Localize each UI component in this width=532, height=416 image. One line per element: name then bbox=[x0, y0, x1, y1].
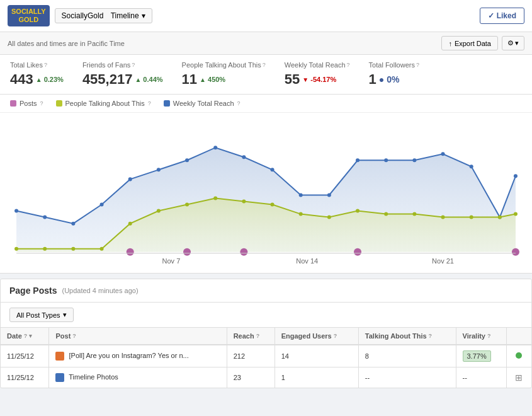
help-icon-total-followers[interactable]: ? bbox=[416, 62, 419, 68]
chevron-down-icon: ▾ bbox=[142, 11, 145, 20]
cell-share[interactable]: ⊞ bbox=[506, 367, 531, 388]
talking-legend-icon bbox=[56, 100, 62, 107]
table-row: 11/25/12 [Poll] Are you on Instagram? Ye… bbox=[1, 345, 531, 367]
svg-text:Nov 21: Nov 21 bbox=[432, 257, 454, 265]
svg-point-8 bbox=[213, 146, 217, 150]
timeline-label: Timeline bbox=[111, 11, 139, 20]
svg-text:Nov 14: Nov 14 bbox=[296, 257, 318, 265]
help-icon-date[interactable]: ? bbox=[24, 333, 28, 339]
svg-point-5 bbox=[128, 178, 132, 182]
svg-point-40 bbox=[127, 248, 134, 256]
th-date[interactable]: Date ? ▾ bbox=[1, 328, 49, 345]
svg-point-17 bbox=[470, 165, 473, 169]
svg-point-14 bbox=[384, 159, 388, 163]
svg-point-41 bbox=[183, 248, 191, 256]
chart-legend: Posts ? People Talking About This ? Week… bbox=[0, 95, 532, 113]
page-posts-section: Page Posts (Updated 4 minutes ago) All P… bbox=[0, 279, 532, 388]
checkmark-icon: ✓ bbox=[488, 11, 494, 20]
export-data-button[interactable]: ↑ Export Data bbox=[441, 36, 498, 50]
svg-point-35 bbox=[412, 212, 416, 216]
cell-reach: 23 bbox=[227, 367, 274, 388]
post-type-filter-button[interactable]: All Post Types ▾ bbox=[9, 308, 74, 322]
svg-point-39 bbox=[514, 212, 518, 216]
help-icon-engaged[interactable]: ? bbox=[334, 333, 337, 339]
svg-point-38 bbox=[498, 216, 502, 219]
line-chart: Nov 7 Nov 14 Nov 21 bbox=[10, 113, 522, 265]
chart-area: Nov 7 Nov 14 Nov 21 bbox=[0, 113, 532, 274]
timeline-button[interactable]: SociallyGold Timeline ▾ bbox=[55, 8, 152, 23]
th-actions bbox=[506, 328, 531, 345]
help-icon-friends-of-fans[interactable]: ? bbox=[132, 62, 135, 68]
upload-icon: ↑ bbox=[448, 40, 452, 47]
poll-icon bbox=[55, 352, 64, 361]
th-virality[interactable]: Virality ? bbox=[456, 328, 506, 345]
help-icon-total-likes[interactable]: ? bbox=[44, 62, 47, 68]
svg-point-10 bbox=[271, 168, 274, 172]
help-icon-virality[interactable]: ? bbox=[487, 333, 491, 339]
liked-label: Liked bbox=[497, 11, 516, 20]
help-icon-reach[interactable]: ? bbox=[256, 333, 260, 339]
svg-point-4 bbox=[100, 203, 104, 207]
th-reach[interactable]: Reach ? bbox=[227, 328, 274, 345]
cell-post: [Poll] Are you on Instagram? Yes or n... bbox=[49, 345, 227, 367]
svg-point-43 bbox=[354, 248, 361, 256]
svg-point-44 bbox=[512, 248, 519, 256]
share-icon[interactable]: ⊞ bbox=[515, 373, 523, 383]
svg-point-24 bbox=[100, 247, 104, 251]
svg-text:Nov 7: Nov 7 bbox=[162, 257, 181, 265]
sort-date-icon[interactable]: ▾ bbox=[29, 333, 32, 339]
timezone-text: All dates and times are in Pacific Time bbox=[8, 40, 125, 47]
svg-point-2 bbox=[43, 216, 47, 219]
export-label: Export Data bbox=[455, 40, 491, 47]
help-icon-people-talking[interactable]: ? bbox=[263, 62, 266, 68]
help-icon-reach-legend[interactable]: ? bbox=[237, 100, 241, 107]
cell-virality: 3.77% bbox=[456, 345, 506, 367]
legend-reach[interactable]: Weekly Total Reach ? bbox=[164, 100, 241, 107]
svg-point-30 bbox=[271, 203, 274, 207]
svg-point-27 bbox=[185, 203, 189, 207]
chevron-down-icon: ▾ bbox=[63, 311, 67, 319]
th-talking[interactable]: Talking About This ? bbox=[358, 328, 456, 345]
cell-virality: -- bbox=[456, 367, 506, 388]
reach-legend-icon bbox=[164, 100, 170, 107]
svg-point-13 bbox=[356, 159, 359, 163]
svg-point-15 bbox=[412, 159, 416, 163]
svg-point-7 bbox=[185, 159, 189, 163]
help-icon-post[interactable]: ? bbox=[72, 333, 76, 339]
th-post[interactable]: Post ? bbox=[49, 328, 227, 345]
svg-point-1 bbox=[14, 209, 18, 213]
svg-point-6 bbox=[157, 168, 161, 172]
cell-date: 11/25/12 bbox=[1, 367, 49, 388]
svg-point-42 bbox=[240, 248, 247, 256]
th-engaged[interactable]: Engaged Users ? bbox=[274, 328, 358, 345]
svg-point-3 bbox=[71, 222, 75, 226]
logo: SOCIALLYGOLD bbox=[8, 5, 50, 26]
help-icon-talking-legend[interactable]: ? bbox=[148, 100, 151, 107]
help-icon-talking-col[interactable]: ? bbox=[429, 333, 433, 339]
liked-button[interactable]: ✓ Liked bbox=[480, 8, 524, 24]
settings-button[interactable]: ⚙ ▾ bbox=[502, 36, 524, 50]
svg-point-34 bbox=[384, 212, 388, 216]
legend-posts[interactable]: Posts ? bbox=[10, 100, 43, 107]
stat-people-talking: People Talking About This? 11 ▲ 450% bbox=[182, 61, 266, 88]
cell-engaged: 1 bbox=[274, 367, 358, 388]
stat-friends-of-fans: Friends of Fans? 455,217 ▲ 0.44% bbox=[82, 61, 163, 88]
page-posts-updated: (Updated 4 minutes ago) bbox=[62, 287, 138, 294]
posts-legend-icon bbox=[10, 100, 16, 107]
svg-point-21 bbox=[14, 247, 18, 251]
posts-table: Date ? ▾ Post ? Reach bbox=[1, 328, 531, 388]
svg-point-33 bbox=[356, 209, 359, 213]
svg-point-26 bbox=[157, 209, 161, 213]
help-icon-posts[interactable]: ? bbox=[40, 100, 43, 107]
svg-point-9 bbox=[242, 156, 246, 159]
cell-engaged: 14 bbox=[274, 345, 358, 367]
cell-post: Timeline Photos bbox=[49, 367, 227, 388]
svg-point-37 bbox=[470, 216, 473, 219]
svg-point-19 bbox=[514, 175, 518, 178]
cell-status bbox=[506, 345, 531, 367]
svg-point-31 bbox=[299, 212, 303, 216]
svg-point-28 bbox=[213, 197, 217, 200]
help-icon-weekly-reach[interactable]: ? bbox=[347, 62, 350, 68]
svg-point-23 bbox=[71, 247, 75, 251]
legend-talking[interactable]: People Talking About This ? bbox=[56, 100, 151, 107]
